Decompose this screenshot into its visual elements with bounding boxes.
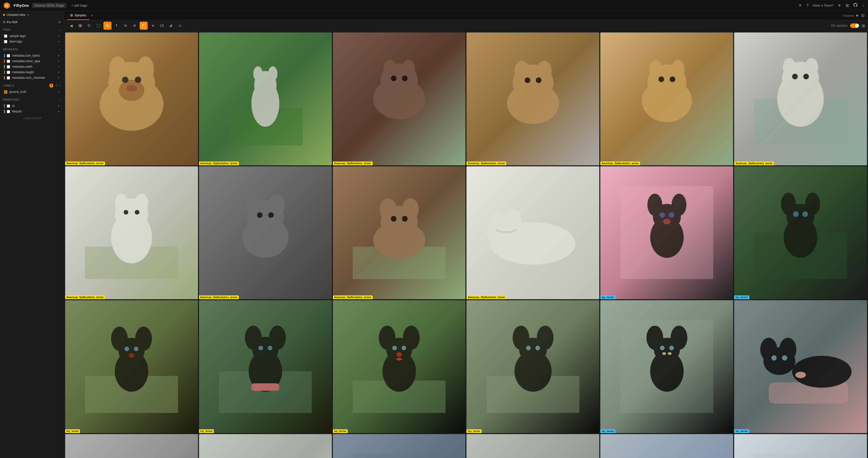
close-button[interactable]: ✕ <box>798 2 802 8</box>
grid-cell-0-1[interactable]: American_Staffordshire_terrier <box>199 32 332 165</box>
grid-cell-3-5[interactable] <box>734 434 867 458</box>
grid-cell-2-3[interactable]: toy_terrier <box>466 300 599 433</box>
settings-button[interactable] <box>131 22 138 30</box>
grid-cell-1-3[interactable]: American_Staffordshire_terrier <box>466 166 599 299</box>
grid-cell-3-1[interactable] <box>199 434 332 458</box>
grid-cell-2-4[interactable]: toy_terrier <box>600 300 733 433</box>
list-button[interactable] <box>122 22 130 30</box>
scatter-button[interactable] <box>176 22 184 30</box>
svg-point-147 <box>782 355 787 361</box>
mime-type-checkbox[interactable] <box>7 60 10 63</box>
sidebar-item-mime-type[interactable]: metadata.mime_type ▼ <box>3 58 61 64</box>
grid-cell-1-4[interactable]: toy_terrier <box>600 166 733 299</box>
ai-button[interactable]: ✦ <box>149 22 157 30</box>
chart-button[interactable] <box>167 22 175 30</box>
add-group-button[interactable]: + ADD GROUP <box>0 115 64 121</box>
grid-cell-2-5[interactable]: toy_terrier <box>734 300 867 433</box>
grid-cell-3-2[interactable] <box>333 434 466 458</box>
sidebar-item-width[interactable]: metadata.width ▼ <box>3 64 61 69</box>
num-channels-checkbox[interactable] <box>7 76 10 80</box>
video-button[interactable] <box>158 22 166 30</box>
grid-icon[interactable]: ⊞ <box>845 2 849 8</box>
tab-add-button[interactable]: + <box>89 13 95 18</box>
tab-samples[interactable]: ⊞ Samples <box>67 11 89 20</box>
search-button[interactable] <box>103 22 112 30</box>
help-button[interactable]: ? <box>806 3 809 8</box>
size-bytes-checkbox[interactable] <box>7 54 10 57</box>
grid-cell-0-0[interactable]: American_Staffordshire_terrier <box>65 32 198 165</box>
width-checkbox[interactable] <box>7 65 10 68</box>
grid-cell-1-2[interactable]: American_Staffordshire_terrier <box>333 166 466 299</box>
sidebar-item-num-channels[interactable]: metadata.num_channels ▼ <box>3 75 61 81</box>
filepath-checkbox[interactable] <box>7 110 10 113</box>
sidebar-item-filepath[interactable]: filepath ▼ <box>3 109 61 114</box>
grid-view-button[interactable]: ⊞ <box>862 23 865 28</box>
add-stage-button[interactable]: + add stage <box>69 3 89 8</box>
sidebar-item-sample-tags[interactable]: sample tags ▼ <box>3 33 61 39</box>
grid-cell-1-0[interactable]: American_Staffordshire_terrier <box>65 166 198 299</box>
grid-cell-2-0[interactable]: toy_terrier <box>65 300 198 433</box>
img-label-1-1: American_Staffordshire_terrier <box>199 296 239 299</box>
dog-image-0-4 <box>600 32 733 165</box>
select-button[interactable] <box>94 22 102 30</box>
back-button[interactable]: ◀ <box>67 22 75 30</box>
width-label: metadata.width <box>12 65 55 68</box>
height-checkbox[interactable] <box>7 71 10 74</box>
topbar: 51 FiftyOne Diverse-SDXL-Dogs + add stag… <box>0 0 868 11</box>
grid-cell-1-1[interactable]: American_Staffordshire_terrier <box>199 166 332 299</box>
img-label-0-2: American_Staffordshire_terrier <box>333 161 373 165</box>
sidebar-item-label-tags[interactable]: label tags ▼ <box>3 39 61 44</box>
team-label: Have a Team? <box>813 3 834 7</box>
sidebar-item-size-bytes[interactable]: metadata.size_bytes ▼ <box>3 53 61 58</box>
grid-cell-0-4[interactable]: American_Staffordshire_terrier <box>600 32 733 165</box>
sample-tags-checkbox[interactable] <box>4 34 7 38</box>
labels-collapse-btn[interactable]: − <box>59 84 61 88</box>
github-icon[interactable] <box>853 2 858 8</box>
svg-point-106 <box>134 346 138 351</box>
sidebar-item-ground-truth[interactable]: ground_truth ▼ <box>3 89 61 95</box>
grid-cell-3-0[interactable] <box>65 434 198 458</box>
color-button[interactable] <box>76 22 84 30</box>
sidebar-item-id[interactable]: id ▼ <box>3 103 61 109</box>
label-tags-checkbox[interactable] <box>4 40 7 43</box>
id-checkbox[interactable] <box>7 104 10 108</box>
svg-point-3 <box>80 25 81 26</box>
svg-point-120 <box>403 326 420 350</box>
grid-cell-1-5[interactable]: toy_terrier <box>734 166 867 299</box>
sort-button[interactable] <box>113 22 121 30</box>
sidebar: Unsaved view ▼ ▽ FILTER ⚙ TAGS − sample … <box>0 11 64 458</box>
toggle-switch[interactable] <box>850 23 859 28</box>
panel-toggle-icon[interactable]: ⊟ <box>861 12 865 19</box>
grid-cell-3-3[interactable] <box>466 434 599 458</box>
user-icon[interactable]: ○ <box>862 3 865 8</box>
ground-truth-checkbox[interactable] <box>4 90 7 94</box>
svg-point-83 <box>492 211 506 233</box>
grid-cell-0-3[interactable]: American_Staffordshire_terrier <box>466 32 599 165</box>
svg-point-148 <box>795 372 806 378</box>
primitives-collapse-btn[interactable]: − <box>59 98 61 102</box>
dataset-name[interactable]: Diverse-SDXL-Dogs <box>32 3 66 8</box>
id-color-bar <box>4 104 5 108</box>
grid-cell-2-1[interactable]: toy_terrier <box>199 300 332 433</box>
svg-point-123 <box>396 352 402 357</box>
tabs-bar: ⊞ Samples + Unsaved ⊟ <box>64 11 868 20</box>
grid-cell-3-4[interactable] <box>600 434 733 458</box>
dog-image-2-0 <box>65 300 198 433</box>
svg-point-137 <box>660 345 664 350</box>
grid-cell-0-2[interactable]: American_Staffordshire_terrier <box>333 32 466 165</box>
img-label-0-4: American_Staffordshire_terrier <box>600 161 640 165</box>
grid-cell-2-2[interactable]: toy_terrier <box>333 300 466 433</box>
svg-point-53 <box>670 77 675 82</box>
grid-cell-0-5[interactable]: American_Staffordshire_terrier <box>734 32 867 165</box>
view-selector[interactable]: Unsaved view ▼ <box>3 13 29 17</box>
media-button[interactable] <box>140 22 148 30</box>
tags-collapse-btn[interactable]: − <box>59 28 61 32</box>
dog-image-1-2 <box>333 166 466 299</box>
tag-button[interactable] <box>85 22 93 30</box>
filter-settings-icon[interactable]: ⚙ <box>58 20 61 24</box>
svg-point-88 <box>647 194 662 216</box>
metadata-collapse-btn[interactable]: − <box>59 47 61 51</box>
sidebar-item-height[interactable]: metadata.height ▼ <box>3 69 61 75</box>
sun-icon[interactable]: ☀ <box>837 2 842 8</box>
metadata-title: METADATA <box>3 48 18 51</box>
